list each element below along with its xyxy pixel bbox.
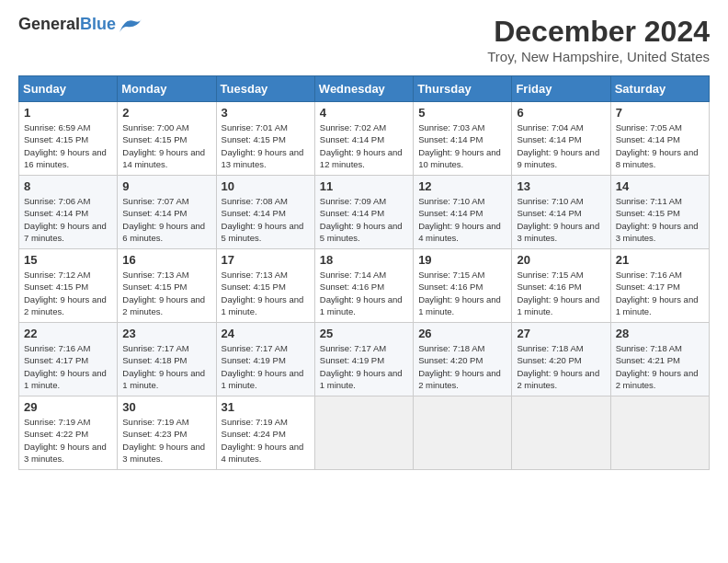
day-number: 14 xyxy=(616,179,704,193)
table-cell xyxy=(512,396,610,470)
day-number: 16 xyxy=(122,253,210,267)
table-cell: 12Sunrise: 7:10 AM Sunset: 4:14 PM Dayli… xyxy=(414,176,512,249)
day-number: 28 xyxy=(616,327,704,340)
day-number: 18 xyxy=(320,253,408,267)
cell-info: Sunrise: 7:18 AM Sunset: 4:21 PM Dayligh… xyxy=(616,342,704,391)
cell-info: Sunrise: 7:17 AM Sunset: 4:19 PM Dayligh… xyxy=(320,342,408,391)
day-number: 20 xyxy=(517,253,605,267)
table-cell: 30Sunrise: 7:19 AM Sunset: 4:23 PM Dayli… xyxy=(118,396,216,470)
cell-info: Sunrise: 7:10 AM Sunset: 4:14 PM Dayligh… xyxy=(517,195,605,244)
day-number: 13 xyxy=(517,179,605,193)
cell-info: Sunrise: 7:11 AM Sunset: 4:15 PM Dayligh… xyxy=(616,195,704,244)
cell-info: Sunrise: 7:17 AM Sunset: 4:19 PM Dayligh… xyxy=(222,342,310,391)
day-number: 6 xyxy=(517,106,605,120)
table-cell: 22Sunrise: 7:16 AM Sunset: 4:17 PM Dayli… xyxy=(19,323,118,396)
table-row: 29Sunrise: 7:19 AM Sunset: 4:22 PM Dayli… xyxy=(19,396,710,470)
table-cell: 3Sunrise: 7:01 AM Sunset: 4:15 PM Daylig… xyxy=(216,102,314,176)
day-number: 31 xyxy=(222,400,310,414)
logo: GeneralBlue xyxy=(18,15,143,34)
day-number: 23 xyxy=(122,327,210,340)
day-number: 7 xyxy=(616,106,704,120)
cell-info: Sunrise: 7:19 AM Sunset: 4:22 PM Dayligh… xyxy=(24,416,112,465)
logo-general: GeneralBlue xyxy=(18,15,116,34)
col-saturday: Saturday xyxy=(610,76,709,102)
table-cell: 7Sunrise: 7:05 AM Sunset: 4:14 PM Daylig… xyxy=(610,102,709,176)
page: GeneralBlue December 2024 Troy, New Hamp… xyxy=(0,0,728,479)
day-number: 3 xyxy=(222,106,310,120)
table-cell: 29Sunrise: 7:19 AM Sunset: 4:22 PM Dayli… xyxy=(19,396,118,470)
table-cell: 10Sunrise: 7:08 AM Sunset: 4:14 PM Dayli… xyxy=(216,176,314,249)
day-number: 9 xyxy=(122,179,210,193)
day-number: 19 xyxy=(418,253,506,267)
calendar-header: Sunday Monday Tuesday Wednesday Thursday… xyxy=(19,76,710,102)
table-row: 22Sunrise: 7:16 AM Sunset: 4:17 PM Dayli… xyxy=(19,323,710,396)
day-number: 24 xyxy=(222,327,310,340)
table-cell: 1Sunrise: 6:59 AM Sunset: 4:15 PM Daylig… xyxy=(19,102,118,176)
cell-info: Sunrise: 7:12 AM Sunset: 4:15 PM Dayligh… xyxy=(24,269,112,317)
col-wednesday: Wednesday xyxy=(314,76,413,102)
cell-info: Sunrise: 7:16 AM Sunset: 4:17 PM Dayligh… xyxy=(24,342,112,391)
table-cell: 24Sunrise: 7:17 AM Sunset: 4:19 PM Dayli… xyxy=(216,323,314,396)
table-row: 1Sunrise: 6:59 AM Sunset: 4:15 PM Daylig… xyxy=(19,102,710,176)
day-number: 27 xyxy=(517,327,605,340)
location: Troy, New Hampshire, United States xyxy=(487,49,710,64)
cell-info: Sunrise: 7:13 AM Sunset: 4:15 PM Dayligh… xyxy=(122,269,210,317)
table-cell: 2Sunrise: 7:00 AM Sunset: 4:15 PM Daylig… xyxy=(118,102,216,176)
cell-info: Sunrise: 7:05 AM Sunset: 4:14 PM Dayligh… xyxy=(616,121,704,170)
table-cell: 15Sunrise: 7:12 AM Sunset: 4:15 PM Dayli… xyxy=(19,249,118,323)
table-cell: 8Sunrise: 7:06 AM Sunset: 4:14 PM Daylig… xyxy=(19,176,118,249)
cell-info: Sunrise: 7:19 AM Sunset: 4:23 PM Dayligh… xyxy=(122,416,210,465)
table-cell: 20Sunrise: 7:15 AM Sunset: 4:16 PM Dayli… xyxy=(512,249,610,323)
cell-info: Sunrise: 7:10 AM Sunset: 4:14 PM Dayligh… xyxy=(418,195,506,244)
col-monday: Monday xyxy=(118,76,216,102)
cell-info: Sunrise: 7:04 AM Sunset: 4:14 PM Dayligh… xyxy=(517,121,605,170)
day-number: 5 xyxy=(418,106,506,120)
cell-info: Sunrise: 6:59 AM Sunset: 4:15 PM Dayligh… xyxy=(24,121,112,170)
table-cell: 17Sunrise: 7:13 AM Sunset: 4:15 PM Dayli… xyxy=(216,249,314,323)
cell-info: Sunrise: 7:14 AM Sunset: 4:16 PM Dayligh… xyxy=(320,269,408,317)
table-cell xyxy=(314,396,413,470)
cell-info: Sunrise: 7:02 AM Sunset: 4:14 PM Dayligh… xyxy=(320,121,408,170)
table-cell: 5Sunrise: 7:03 AM Sunset: 4:14 PM Daylig… xyxy=(414,102,512,176)
table-cell: 4Sunrise: 7:02 AM Sunset: 4:14 PM Daylig… xyxy=(314,102,413,176)
day-number: 1 xyxy=(24,106,112,120)
calendar-body: 1Sunrise: 6:59 AM Sunset: 4:15 PM Daylig… xyxy=(19,102,710,470)
day-number: 2 xyxy=(122,106,210,120)
day-number: 29 xyxy=(24,400,112,414)
table-cell: 23Sunrise: 7:17 AM Sunset: 4:18 PM Dayli… xyxy=(118,323,216,396)
day-number: 15 xyxy=(24,253,112,267)
table-cell: 19Sunrise: 7:15 AM Sunset: 4:16 PM Dayli… xyxy=(414,249,512,323)
table-cell: 28Sunrise: 7:18 AM Sunset: 4:21 PM Dayli… xyxy=(610,323,709,396)
day-number: 11 xyxy=(320,179,408,193)
day-number: 26 xyxy=(418,327,506,340)
cell-info: Sunrise: 7:17 AM Sunset: 4:18 PM Dayligh… xyxy=(122,342,210,391)
month-title: December 2024 xyxy=(487,15,710,49)
day-number: 10 xyxy=(222,179,310,193)
logo-bird-icon xyxy=(118,16,143,34)
cell-info: Sunrise: 7:13 AM Sunset: 4:15 PM Dayligh… xyxy=(222,269,310,317)
day-number: 21 xyxy=(616,253,704,267)
header: GeneralBlue December 2024 Troy, New Hamp… xyxy=(18,15,710,64)
table-cell: 31Sunrise: 7:19 AM Sunset: 4:24 PM Dayli… xyxy=(216,396,314,470)
col-sunday: Sunday xyxy=(19,76,118,102)
cell-info: Sunrise: 7:00 AM Sunset: 4:15 PM Dayligh… xyxy=(122,121,210,170)
table-cell: 9Sunrise: 7:07 AM Sunset: 4:14 PM Daylig… xyxy=(118,176,216,249)
table-cell: 6Sunrise: 7:04 AM Sunset: 4:14 PM Daylig… xyxy=(512,102,610,176)
col-tuesday: Tuesday xyxy=(216,76,314,102)
cell-info: Sunrise: 7:01 AM Sunset: 4:15 PM Dayligh… xyxy=(222,121,310,170)
day-number: 8 xyxy=(24,179,112,193)
day-number: 22 xyxy=(24,327,112,340)
table-cell xyxy=(414,396,512,470)
table-cell: 18Sunrise: 7:14 AM Sunset: 4:16 PM Dayli… xyxy=(314,249,413,323)
cell-info: Sunrise: 7:18 AM Sunset: 4:20 PM Dayligh… xyxy=(517,342,605,391)
cell-info: Sunrise: 7:16 AM Sunset: 4:17 PM Dayligh… xyxy=(616,269,704,317)
col-thursday: Thursday xyxy=(414,76,512,102)
cell-info: Sunrise: 7:07 AM Sunset: 4:14 PM Dayligh… xyxy=(122,195,210,244)
table-row: 8Sunrise: 7:06 AM Sunset: 4:14 PM Daylig… xyxy=(19,176,710,249)
table-cell: 14Sunrise: 7:11 AM Sunset: 4:15 PM Dayli… xyxy=(610,176,709,249)
table-cell: 27Sunrise: 7:18 AM Sunset: 4:20 PM Dayli… xyxy=(512,323,610,396)
table-cell: 21Sunrise: 7:16 AM Sunset: 4:17 PM Dayli… xyxy=(610,249,709,323)
table-cell: 13Sunrise: 7:10 AM Sunset: 4:14 PM Dayli… xyxy=(512,176,610,249)
table-row: 15Sunrise: 7:12 AM Sunset: 4:15 PM Dayli… xyxy=(19,249,710,323)
day-number: 12 xyxy=(418,179,506,193)
